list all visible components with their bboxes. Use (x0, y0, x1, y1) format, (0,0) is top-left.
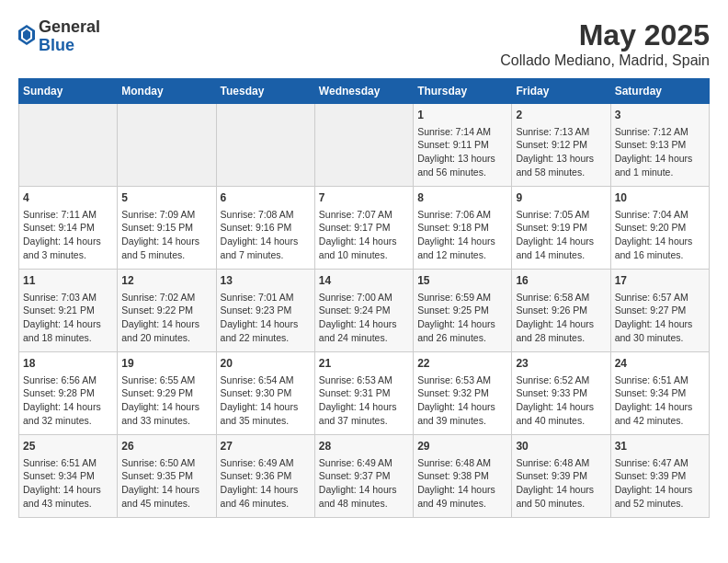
column-header-saturday: Saturday (610, 79, 709, 104)
day-number: 31 (615, 439, 705, 454)
calendar-cell (19, 104, 118, 187)
day-info: Sunrise: 7:08 AM Sunset: 9:16 PM Dayligh… (221, 208, 311, 262)
page-title: May 2025 (500, 18, 710, 52)
calendar-cell: 17Sunrise: 6:57 AM Sunset: 9:27 PM Dayli… (610, 270, 709, 352)
day-info: Sunrise: 6:47 AM Sunset: 9:39 PM Dayligh… (615, 456, 705, 511)
day-number: 5 (121, 190, 211, 206)
day-number: 30 (516, 439, 606, 454)
calendar-cell: 4Sunrise: 7:11 AM Sunset: 9:14 PM Daylig… (19, 187, 118, 270)
calendar-cell: 18Sunrise: 6:56 AM Sunset: 9:28 PM Dayli… (19, 352, 118, 435)
calendar-cell: 9Sunrise: 7:05 AM Sunset: 9:19 PM Daylig… (512, 187, 610, 270)
day-info: Sunrise: 7:13 AM Sunset: 9:12 PM Dayligh… (516, 125, 606, 179)
calendar-cell: 29Sunrise: 6:48 AM Sunset: 9:38 PM Dayli… (414, 435, 512, 518)
column-header-friday: Friday (512, 79, 610, 104)
calendar-cell: 20Sunrise: 6:54 AM Sunset: 9:30 PM Dayli… (216, 352, 314, 435)
day-info: Sunrise: 6:56 AM Sunset: 9:28 PM Dayligh… (23, 373, 113, 428)
day-info: Sunrise: 7:02 AM Sunset: 9:22 PM Dayligh… (121, 291, 211, 345)
calendar-cell: 19Sunrise: 6:55 AM Sunset: 9:29 PM Dayli… (118, 352, 216, 435)
day-info: Sunrise: 6:50 AM Sunset: 9:35 PM Dayligh… (121, 456, 211, 511)
calendar-cell: 13Sunrise: 7:01 AM Sunset: 9:23 PM Dayli… (216, 270, 314, 352)
day-number: 26 (121, 439, 211, 454)
day-number: 25 (23, 439, 113, 454)
calendar-cell: 28Sunrise: 6:49 AM Sunset: 9:37 PM Dayli… (314, 435, 413, 518)
calendar-cell (216, 104, 314, 187)
calendar-cell: 2Sunrise: 7:13 AM Sunset: 9:12 PM Daylig… (512, 104, 610, 187)
day-info: Sunrise: 6:53 AM Sunset: 9:32 PM Dayligh… (417, 373, 507, 428)
day-info: Sunrise: 6:49 AM Sunset: 9:36 PM Dayligh… (221, 456, 311, 511)
day-info: Sunrise: 7:07 AM Sunset: 9:17 PM Dayligh… (319, 208, 409, 262)
calendar-cell: 12Sunrise: 7:02 AM Sunset: 9:22 PM Dayli… (118, 270, 216, 352)
calendar-cell: 15Sunrise: 6:59 AM Sunset: 9:25 PM Dayli… (414, 270, 512, 352)
calendar-header-row: SundayMondayTuesdayWednesdayThursdayFrid… (19, 79, 710, 104)
calendar-cell: 22Sunrise: 6:53 AM Sunset: 9:32 PM Dayli… (414, 352, 512, 435)
calendar-cell: 10Sunrise: 7:04 AM Sunset: 9:20 PM Dayli… (610, 187, 709, 270)
calendar-cell (314, 104, 413, 187)
day-number: 17 (615, 273, 705, 289)
day-number: 18 (23, 356, 113, 372)
calendar-row-2: 11Sunrise: 7:03 AM Sunset: 9:21 PM Dayli… (19, 270, 710, 352)
day-number: 24 (615, 356, 705, 372)
day-number: 23 (516, 356, 606, 372)
calendar-cell: 11Sunrise: 7:03 AM Sunset: 9:21 PM Dayli… (19, 270, 118, 352)
calendar-row-4: 25Sunrise: 6:51 AM Sunset: 9:34 PM Dayli… (19, 435, 710, 518)
day-number: 21 (319, 356, 409, 372)
page-header: General Blue May 2025 Collado Mediano, M… (18, 18, 710, 69)
day-number: 9 (516, 190, 606, 206)
day-info: Sunrise: 6:52 AM Sunset: 9:33 PM Dayligh… (516, 373, 606, 428)
calendar-cell: 25Sunrise: 6:51 AM Sunset: 9:34 PM Dayli… (19, 435, 118, 518)
title-block: May 2025 Collado Mediano, Madrid, Spain (500, 18, 710, 69)
day-info: Sunrise: 7:12 AM Sunset: 9:13 PM Dayligh… (615, 125, 705, 179)
column-header-monday: Monday (118, 79, 216, 104)
day-number: 14 (319, 273, 409, 289)
day-number: 27 (221, 439, 311, 454)
day-info: Sunrise: 6:57 AM Sunset: 9:27 PM Dayligh… (615, 291, 705, 345)
day-info: Sunrise: 6:48 AM Sunset: 9:38 PM Dayligh… (417, 456, 507, 511)
day-number: 4 (23, 190, 113, 206)
day-info: Sunrise: 7:01 AM Sunset: 9:23 PM Dayligh… (221, 291, 311, 345)
calendar-cell: 16Sunrise: 6:58 AM Sunset: 9:26 PM Dayli… (512, 270, 610, 352)
logo-blue: Blue (39, 37, 100, 55)
day-number: 10 (615, 190, 705, 206)
day-number: 19 (121, 356, 211, 372)
day-info: Sunrise: 7:04 AM Sunset: 9:20 PM Dayligh… (615, 208, 705, 262)
day-number: 1 (417, 108, 507, 123)
calendar-row-0: 1Sunrise: 7:14 AM Sunset: 9:11 PM Daylig… (19, 104, 710, 187)
day-number: 20 (221, 356, 311, 372)
day-number: 13 (221, 273, 311, 289)
calendar-cell: 26Sunrise: 6:50 AM Sunset: 9:35 PM Dayli… (118, 435, 216, 518)
day-number: 3 (615, 108, 705, 123)
day-number: 16 (516, 273, 606, 289)
day-info: Sunrise: 7:00 AM Sunset: 9:24 PM Dayligh… (319, 291, 409, 345)
day-info: Sunrise: 6:51 AM Sunset: 9:34 PM Dayligh… (23, 456, 113, 511)
day-number: 7 (319, 190, 409, 206)
column-header-thursday: Thursday (414, 79, 512, 104)
column-header-tuesday: Tuesday (216, 79, 314, 104)
day-info: Sunrise: 6:49 AM Sunset: 9:37 PM Dayligh… (319, 456, 409, 511)
calendar-cell: 3Sunrise: 7:12 AM Sunset: 9:13 PM Daylig… (610, 104, 709, 187)
calendar-cell: 30Sunrise: 6:48 AM Sunset: 9:39 PM Dayli… (512, 435, 610, 518)
calendar-cell: 27Sunrise: 6:49 AM Sunset: 9:36 PM Dayli… (216, 435, 314, 518)
day-info: Sunrise: 7:14 AM Sunset: 9:11 PM Dayligh… (417, 125, 507, 179)
day-number: 15 (417, 273, 507, 289)
calendar-cell: 5Sunrise: 7:09 AM Sunset: 9:15 PM Daylig… (118, 187, 216, 270)
day-info: Sunrise: 6:48 AM Sunset: 9:39 PM Dayligh… (516, 456, 606, 511)
calendar-cell: 31Sunrise: 6:47 AM Sunset: 9:39 PM Dayli… (610, 435, 709, 518)
logo-general: General (39, 18, 100, 37)
calendar-table: SundayMondayTuesdayWednesdayThursdayFrid… (18, 78, 710, 518)
day-info: Sunrise: 7:03 AM Sunset: 9:21 PM Dayligh… (23, 291, 113, 345)
calendar-cell (118, 104, 216, 187)
day-info: Sunrise: 6:58 AM Sunset: 9:26 PM Dayligh… (516, 291, 606, 345)
calendar-cell: 7Sunrise: 7:07 AM Sunset: 9:17 PM Daylig… (314, 187, 413, 270)
calendar-row-3: 18Sunrise: 6:56 AM Sunset: 9:28 PM Dayli… (19, 352, 710, 435)
day-number: 29 (417, 439, 507, 454)
day-info: Sunrise: 7:05 AM Sunset: 9:19 PM Dayligh… (516, 208, 606, 262)
day-info: Sunrise: 7:11 AM Sunset: 9:14 PM Dayligh… (23, 208, 113, 262)
day-info: Sunrise: 6:55 AM Sunset: 9:29 PM Dayligh… (121, 373, 211, 428)
logo: General Blue (18, 18, 100, 55)
calendar-cell: 14Sunrise: 7:00 AM Sunset: 9:24 PM Dayli… (314, 270, 413, 352)
logo-text: General Blue (39, 18, 100, 55)
day-number: 11 (23, 273, 113, 289)
calendar-cell: 1Sunrise: 7:14 AM Sunset: 9:11 PM Daylig… (414, 104, 512, 187)
calendar-row-1: 4Sunrise: 7:11 AM Sunset: 9:14 PM Daylig… (19, 187, 710, 270)
day-number: 28 (319, 439, 409, 454)
